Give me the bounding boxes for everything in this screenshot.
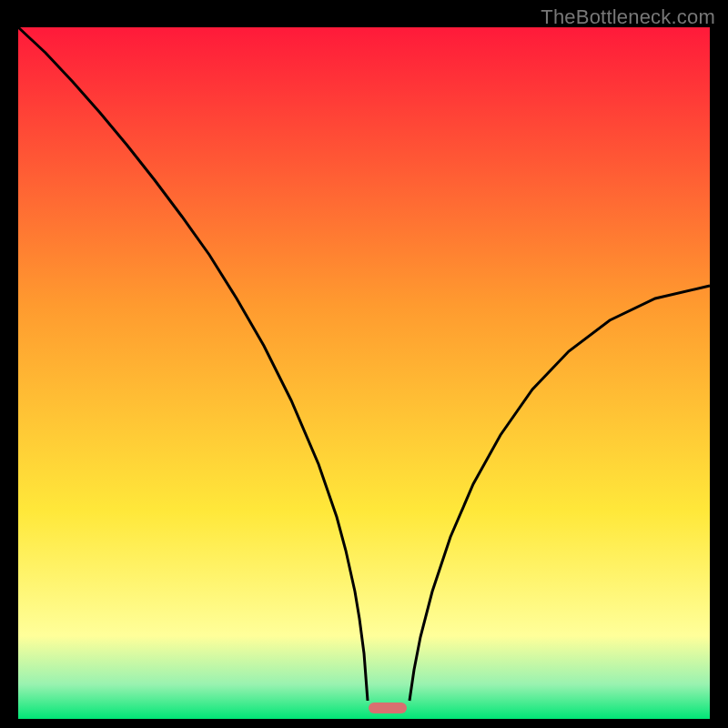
chart-container: TheBottleneck.com <box>0 0 728 728</box>
watermark-text: TheBottleneck.com <box>541 5 715 29</box>
gradient-background <box>18 27 710 719</box>
bottleneck-chart <box>0 0 728 728</box>
min-marker <box>369 703 407 713</box>
